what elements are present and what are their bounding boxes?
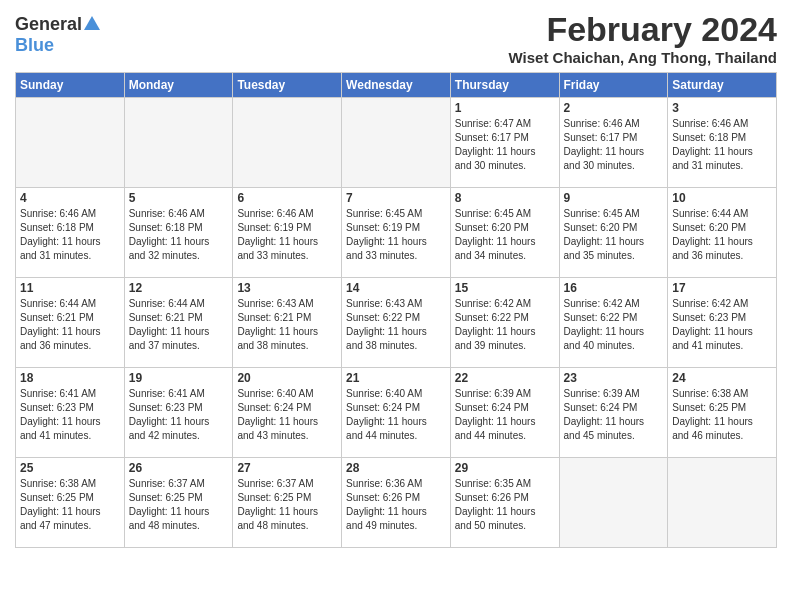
calendar-cell (342, 98, 451, 188)
day-info: Sunrise: 6:39 AM Sunset: 6:24 PM Dayligh… (564, 387, 664, 443)
day-info: Sunrise: 6:37 AM Sunset: 6:25 PM Dayligh… (129, 477, 229, 533)
day-number: 21 (346, 371, 446, 385)
day-info: Sunrise: 6:44 AM Sunset: 6:21 PM Dayligh… (129, 297, 229, 353)
column-header-tuesday: Tuesday (233, 73, 342, 98)
header: General Blue February 2024 Wiset Chaicha… (15, 10, 777, 66)
calendar-cell: 25Sunrise: 6:38 AM Sunset: 6:25 PM Dayli… (16, 458, 125, 548)
logo-general-text: General (15, 14, 82, 35)
day-number: 7 (346, 191, 446, 205)
day-number: 27 (237, 461, 337, 475)
calendar-week-row: 11Sunrise: 6:44 AM Sunset: 6:21 PM Dayli… (16, 278, 777, 368)
day-number: 20 (237, 371, 337, 385)
title-area: February 2024 Wiset Chaichan, Ang Thong,… (509, 10, 777, 66)
day-info: Sunrise: 6:38 AM Sunset: 6:25 PM Dayligh… (672, 387, 772, 443)
calendar-cell: 4Sunrise: 6:46 AM Sunset: 6:18 PM Daylig… (16, 188, 125, 278)
day-info: Sunrise: 6:37 AM Sunset: 6:25 PM Dayligh… (237, 477, 337, 533)
day-number: 26 (129, 461, 229, 475)
day-number: 10 (672, 191, 772, 205)
column-header-friday: Friday (559, 73, 668, 98)
calendar-cell: 22Sunrise: 6:39 AM Sunset: 6:24 PM Dayli… (450, 368, 559, 458)
logo: General Blue (15, 10, 100, 56)
column-header-sunday: Sunday (16, 73, 125, 98)
calendar-table: SundayMondayTuesdayWednesdayThursdayFrid… (15, 72, 777, 548)
day-info: Sunrise: 6:40 AM Sunset: 6:24 PM Dayligh… (237, 387, 337, 443)
day-info: Sunrise: 6:35 AM Sunset: 6:26 PM Dayligh… (455, 477, 555, 533)
calendar-cell: 18Sunrise: 6:41 AM Sunset: 6:23 PM Dayli… (16, 368, 125, 458)
day-number: 16 (564, 281, 664, 295)
calendar-cell (668, 458, 777, 548)
calendar-cell: 3Sunrise: 6:46 AM Sunset: 6:18 PM Daylig… (668, 98, 777, 188)
calendar-cell: 19Sunrise: 6:41 AM Sunset: 6:23 PM Dayli… (124, 368, 233, 458)
day-number: 18 (20, 371, 120, 385)
day-info: Sunrise: 6:40 AM Sunset: 6:24 PM Dayligh… (346, 387, 446, 443)
calendar-cell: 16Sunrise: 6:42 AM Sunset: 6:22 PM Dayli… (559, 278, 668, 368)
location-subtitle: Wiset Chaichan, Ang Thong, Thailand (509, 49, 777, 66)
day-number: 29 (455, 461, 555, 475)
calendar-cell (16, 98, 125, 188)
day-info: Sunrise: 6:45 AM Sunset: 6:19 PM Dayligh… (346, 207, 446, 263)
calendar-cell: 28Sunrise: 6:36 AM Sunset: 6:26 PM Dayli… (342, 458, 451, 548)
day-info: Sunrise: 6:39 AM Sunset: 6:24 PM Dayligh… (455, 387, 555, 443)
day-info: Sunrise: 6:45 AM Sunset: 6:20 PM Dayligh… (455, 207, 555, 263)
column-header-monday: Monday (124, 73, 233, 98)
day-info: Sunrise: 6:42 AM Sunset: 6:22 PM Dayligh… (455, 297, 555, 353)
calendar-cell: 27Sunrise: 6:37 AM Sunset: 6:25 PM Dayli… (233, 458, 342, 548)
day-number: 22 (455, 371, 555, 385)
calendar-cell: 26Sunrise: 6:37 AM Sunset: 6:25 PM Dayli… (124, 458, 233, 548)
day-number: 2 (564, 101, 664, 115)
day-info: Sunrise: 6:46 AM Sunset: 6:17 PM Dayligh… (564, 117, 664, 173)
logo-blue-text: Blue (15, 35, 54, 56)
calendar-cell: 1Sunrise: 6:47 AM Sunset: 6:17 PM Daylig… (450, 98, 559, 188)
day-info: Sunrise: 6:38 AM Sunset: 6:25 PM Dayligh… (20, 477, 120, 533)
calendar-cell: 21Sunrise: 6:40 AM Sunset: 6:24 PM Dayli… (342, 368, 451, 458)
calendar-cell: 8Sunrise: 6:45 AM Sunset: 6:20 PM Daylig… (450, 188, 559, 278)
day-number: 14 (346, 281, 446, 295)
calendar-cell: 10Sunrise: 6:44 AM Sunset: 6:20 PM Dayli… (668, 188, 777, 278)
calendar-cell: 23Sunrise: 6:39 AM Sunset: 6:24 PM Dayli… (559, 368, 668, 458)
calendar-cell: 9Sunrise: 6:45 AM Sunset: 6:20 PM Daylig… (559, 188, 668, 278)
day-info: Sunrise: 6:41 AM Sunset: 6:23 PM Dayligh… (20, 387, 120, 443)
column-header-thursday: Thursday (450, 73, 559, 98)
day-number: 6 (237, 191, 337, 205)
calendar-cell (233, 98, 342, 188)
calendar-week-row: 4Sunrise: 6:46 AM Sunset: 6:18 PM Daylig… (16, 188, 777, 278)
logo-triangle-icon (84, 16, 100, 30)
calendar-cell: 14Sunrise: 6:43 AM Sunset: 6:22 PM Dayli… (342, 278, 451, 368)
calendar-cell: 17Sunrise: 6:42 AM Sunset: 6:23 PM Dayli… (668, 278, 777, 368)
day-number: 19 (129, 371, 229, 385)
calendar-cell: 13Sunrise: 6:43 AM Sunset: 6:21 PM Dayli… (233, 278, 342, 368)
day-number: 4 (20, 191, 120, 205)
calendar-cell: 2Sunrise: 6:46 AM Sunset: 6:17 PM Daylig… (559, 98, 668, 188)
day-number: 9 (564, 191, 664, 205)
day-info: Sunrise: 6:46 AM Sunset: 6:18 PM Dayligh… (20, 207, 120, 263)
day-info: Sunrise: 6:46 AM Sunset: 6:18 PM Dayligh… (129, 207, 229, 263)
column-header-wednesday: Wednesday (342, 73, 451, 98)
day-info: Sunrise: 6:42 AM Sunset: 6:22 PM Dayligh… (564, 297, 664, 353)
calendar-cell (559, 458, 668, 548)
day-number: 3 (672, 101, 772, 115)
day-number: 11 (20, 281, 120, 295)
day-number: 5 (129, 191, 229, 205)
day-info: Sunrise: 6:41 AM Sunset: 6:23 PM Dayligh… (129, 387, 229, 443)
day-number: 25 (20, 461, 120, 475)
calendar-cell: 11Sunrise: 6:44 AM Sunset: 6:21 PM Dayli… (16, 278, 125, 368)
day-info: Sunrise: 6:36 AM Sunset: 6:26 PM Dayligh… (346, 477, 446, 533)
day-number: 28 (346, 461, 446, 475)
day-number: 15 (455, 281, 555, 295)
day-info: Sunrise: 6:44 AM Sunset: 6:21 PM Dayligh… (20, 297, 120, 353)
calendar-cell: 29Sunrise: 6:35 AM Sunset: 6:26 PM Dayli… (450, 458, 559, 548)
day-info: Sunrise: 6:47 AM Sunset: 6:17 PM Dayligh… (455, 117, 555, 173)
calendar-cell: 24Sunrise: 6:38 AM Sunset: 6:25 PM Dayli… (668, 368, 777, 458)
calendar-cell: 5Sunrise: 6:46 AM Sunset: 6:18 PM Daylig… (124, 188, 233, 278)
day-info: Sunrise: 6:45 AM Sunset: 6:20 PM Dayligh… (564, 207, 664, 263)
calendar-week-row: 18Sunrise: 6:41 AM Sunset: 6:23 PM Dayli… (16, 368, 777, 458)
month-title: February 2024 (509, 10, 777, 49)
calendar-cell: 7Sunrise: 6:45 AM Sunset: 6:19 PM Daylig… (342, 188, 451, 278)
calendar-cell: 6Sunrise: 6:46 AM Sunset: 6:19 PM Daylig… (233, 188, 342, 278)
day-info: Sunrise: 6:46 AM Sunset: 6:18 PM Dayligh… (672, 117, 772, 173)
day-info: Sunrise: 6:43 AM Sunset: 6:21 PM Dayligh… (237, 297, 337, 353)
day-info: Sunrise: 6:43 AM Sunset: 6:22 PM Dayligh… (346, 297, 446, 353)
day-info: Sunrise: 6:42 AM Sunset: 6:23 PM Dayligh… (672, 297, 772, 353)
day-number: 12 (129, 281, 229, 295)
calendar-cell: 15Sunrise: 6:42 AM Sunset: 6:22 PM Dayli… (450, 278, 559, 368)
